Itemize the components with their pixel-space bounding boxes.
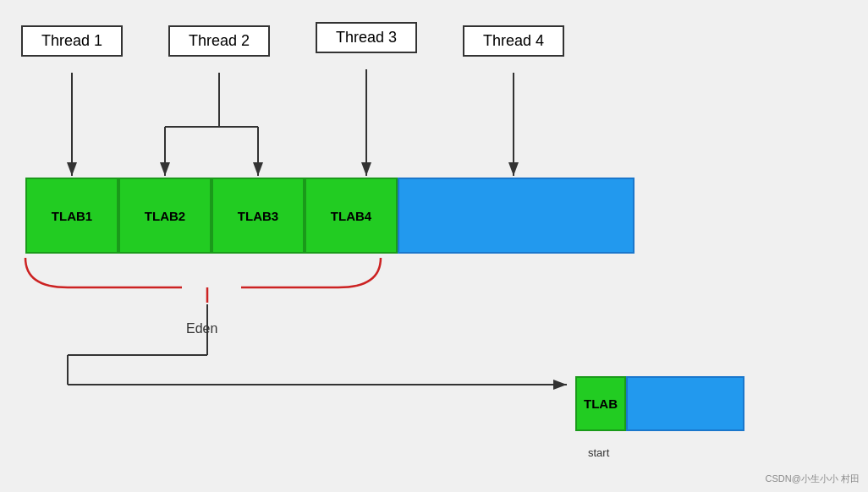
thread1-box: Thread 1 [21,25,123,57]
eden-label: Eden [186,321,217,336]
thread4-box: Thread 4 [463,25,564,57]
thread2-box: Thread 2 [168,25,270,57]
thread3-box: Thread 3 [316,22,417,53]
start-label: start [588,446,609,459]
diagram-container: Thread 1 Thread 2 Thread 3 Thread 4 TLAB… [0,0,868,492]
tlab-row: TLAB1 TLAB2 TLAB3 TLAB4 [25,178,635,254]
tlab3-block: TLAB3 [212,178,305,254]
tlab-legend: TLAB [575,376,744,431]
watermark: CSDN@小生小小 村田 [766,473,860,485]
tlab-legend-blue [626,376,744,431]
tlab-blue-block [398,178,635,254]
tlab2-block: TLAB2 [118,178,212,254]
tlab4-block: TLAB4 [305,178,398,254]
tlab-legend-green: TLAB [575,376,626,431]
tlab1-block: TLAB1 [25,178,118,254]
